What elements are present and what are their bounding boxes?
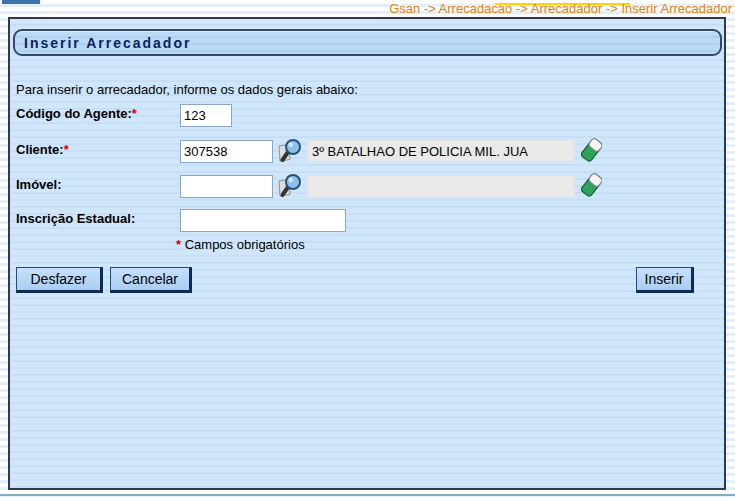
- eraser-icon: [581, 138, 602, 163]
- cancelar-button[interactable]: Cancelar: [110, 267, 192, 293]
- instruction-text: Para inserir o arrecadador, informe os d…: [16, 82, 358, 97]
- search-icon: [277, 173, 302, 200]
- required-marker: *: [176, 237, 181, 252]
- inscricao-estadual-label: Inscrição Estadual:: [16, 211, 135, 226]
- imovel-search-button[interactable]: [276, 172, 302, 200]
- imovel-erase-button[interactable]: [578, 171, 604, 199]
- codigo-agente-input[interactable]: [180, 104, 232, 127]
- page-title-bar: Inserir Arrecadador: [13, 29, 722, 56]
- cliente-input[interactable]: [180, 140, 273, 163]
- imovel-input[interactable]: [180, 175, 273, 198]
- top-accent-bar: [2, 0, 40, 4]
- cliente-display: 3º BATALHAO DE POLICIA MIL. JUA: [307, 140, 575, 162]
- imovel-label: Imóvel:: [16, 177, 62, 192]
- page-title: Inserir Arrecadador: [24, 35, 191, 51]
- page: Gsan -> Arrecadacao -> Arrecadador -> In…: [0, 0, 735, 499]
- search-icon: [277, 138, 302, 165]
- cliente-label: Cliente:*: [16, 142, 69, 157]
- footer-divider: [0, 494, 735, 496]
- inserir-button[interactable]: Inserir: [636, 267, 694, 293]
- imovel-display: [307, 175, 575, 197]
- required-note: * Campos obrigatórios: [176, 237, 305, 252]
- eraser-icon: [581, 173, 602, 198]
- cliente-search-button[interactable]: [276, 137, 302, 165]
- required-marker: *: [64, 142, 69, 157]
- codigo-agente-label: Código do Agente:*: [16, 106, 137, 121]
- inscricao-estadual-input[interactable]: [180, 209, 346, 232]
- cliente-erase-button[interactable]: [578, 136, 604, 164]
- required-marker: *: [132, 106, 137, 121]
- breadcrumb[interactable]: Gsan -> Arrecadacao -> Arrecadador -> In…: [389, 1, 732, 16]
- desfazer-button[interactable]: Desfazer: [16, 267, 103, 293]
